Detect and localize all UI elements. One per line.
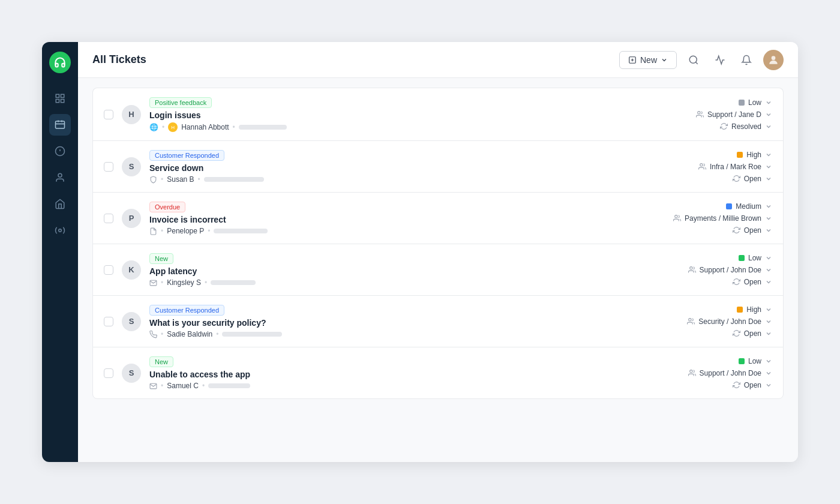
ticket-badge-4: New bbox=[149, 253, 173, 264]
status-chevron-3[interactable] bbox=[765, 227, 772, 234]
assignee-row-1: Support / Jane D bbox=[696, 110, 772, 119]
svg-point-12 bbox=[59, 229, 62, 232]
new-button[interactable]: New bbox=[619, 51, 677, 69]
status-label-1: Resolved bbox=[731, 122, 761, 131]
priority-chevron-1[interactable] bbox=[765, 99, 772, 106]
sidebar-item-tickets[interactable] bbox=[49, 114, 71, 136]
ticket-checkbox-2[interactable] bbox=[104, 162, 113, 172]
priority-row-2: High bbox=[737, 151, 772, 159]
submitter-name-6: Samuel C bbox=[167, 382, 199, 390]
submitter-name-5: Sadie Baldwin bbox=[167, 330, 212, 338]
sidebar-item-1[interactable] bbox=[49, 88, 71, 109]
assignee-chevron-3[interactable] bbox=[765, 215, 772, 222]
bell-icon bbox=[741, 55, 752, 65]
broadcast-button[interactable] bbox=[710, 50, 730, 70]
table-row[interactable]: K New App latency • Kingsley S • bbox=[92, 244, 784, 295]
assignee-chevron-4[interactable] bbox=[765, 266, 772, 274]
priority-row-4: Low bbox=[739, 254, 772, 262]
status-chevron-5[interactable] bbox=[765, 330, 772, 337]
assignee-chevron-5[interactable] bbox=[765, 318, 772, 325]
ticket-meta-6: • Samuel C • bbox=[149, 382, 632, 390]
meta-bar-6 bbox=[208, 383, 250, 388]
search-button[interactable] bbox=[684, 50, 703, 70]
status-row-1: Resolved bbox=[720, 122, 772, 131]
priority-row-1: Low bbox=[739, 98, 772, 107]
ticket-checkbox-1[interactable] bbox=[104, 110, 113, 119]
svg-point-18 bbox=[772, 56, 776, 60]
priority-chevron-6[interactable] bbox=[765, 358, 772, 365]
status-label-6: Open bbox=[744, 381, 761, 389]
sidebar bbox=[42, 42, 78, 462]
sidebar-item-5[interactable] bbox=[49, 193, 71, 215]
table-row[interactable]: P Overdue Invoice is incorrect • Penelop… bbox=[92, 192, 784, 244]
broadcast-icon bbox=[715, 55, 725, 65]
priority-row-3: Medium bbox=[726, 202, 772, 211]
assignee-row-6: Support / John Doe bbox=[688, 369, 772, 377]
table-row[interactable]: S Customer Responded What is your securi… bbox=[92, 295, 784, 347]
ticket-badge-1: Positive feedback bbox=[149, 97, 212, 108]
table-row[interactable]: S Customer Responded Service down • Susa… bbox=[92, 140, 784, 192]
priority-chevron-4[interactable] bbox=[765, 254, 772, 262]
ticket-checkbox-6[interactable] bbox=[104, 368, 113, 378]
priority-chevron-2[interactable] bbox=[765, 151, 772, 158]
assignee-chevron-6[interactable] bbox=[765, 370, 772, 377]
shield-icon bbox=[149, 176, 157, 184]
priority-chevron-5[interactable] bbox=[765, 306, 772, 313]
user-avatar[interactable] bbox=[763, 50, 784, 70]
priority-chevron-3[interactable] bbox=[765, 203, 772, 210]
status-chevron-6[interactable] bbox=[765, 382, 772, 389]
priority-label-2: High bbox=[746, 151, 761, 159]
ticket-avatar-2: S bbox=[122, 157, 141, 176]
assignee-label-2: Infra / Mark Roe bbox=[710, 163, 761, 171]
sidebar-item-4[interactable] bbox=[49, 167, 71, 188]
priority-label-6: Low bbox=[748, 357, 761, 365]
sidebar-item-6[interactable] bbox=[49, 220, 71, 241]
header-actions: New bbox=[619, 50, 784, 70]
notifications-button[interactable] bbox=[737, 50, 756, 70]
search-icon bbox=[688, 55, 699, 65]
ticket-body-2: Customer Responded Service down • Susan … bbox=[149, 149, 632, 184]
new-button-label: New bbox=[640, 55, 657, 65]
sidebar-item-3[interactable] bbox=[49, 140, 71, 162]
priority-label-1: Low bbox=[748, 98, 761, 107]
table-row[interactable]: H Positive feedback Login issues 🌐 • H H… bbox=[92, 88, 784, 140]
submitter-name-2: Susan B bbox=[167, 175, 194, 184]
status-chevron-1[interactable] bbox=[765, 123, 772, 130]
header: All Tickets New bbox=[78, 42, 798, 78]
svg-point-22 bbox=[689, 267, 692, 269]
chevron-down-icon bbox=[661, 56, 668, 64]
svg-point-16 bbox=[689, 56, 697, 63]
ticket-title-2: Service down bbox=[149, 163, 632, 173]
status-label-2: Open bbox=[744, 175, 761, 183]
status-icon-4 bbox=[733, 278, 740, 286]
ticket-checkbox-4[interactable] bbox=[104, 265, 113, 275]
ticket-title-5: What is your security policy? bbox=[149, 318, 632, 328]
status-row-6: Open bbox=[733, 381, 772, 389]
ticket-meta-5: • Sadie Baldwin • bbox=[149, 330, 632, 338]
ticket-checkbox-3[interactable] bbox=[104, 214, 113, 223]
assignee-chevron-2[interactable] bbox=[765, 163, 772, 170]
status-chevron-2[interactable] bbox=[765, 175, 772, 182]
table-row[interactable]: S New Unable to access the app • Samuel … bbox=[92, 347, 784, 399]
status-row-3: Open bbox=[733, 226, 772, 235]
ticket-checkbox-5[interactable] bbox=[104, 317, 113, 326]
main-content: All Tickets New bbox=[78, 42, 798, 462]
assignee-label-4: Support / John Doe bbox=[700, 266, 761, 274]
status-icon-5 bbox=[733, 329, 740, 337]
user-icon-3 bbox=[673, 214, 681, 222]
priority-dot-6 bbox=[739, 358, 745, 364]
meta-bar-2 bbox=[204, 177, 264, 182]
ticket-list: H Positive feedback Login issues 🌐 • H H… bbox=[78, 78, 798, 462]
status-chevron-4[interactable] bbox=[765, 278, 772, 286]
assignee-chevron-1[interactable] bbox=[765, 111, 772, 118]
svg-point-19 bbox=[698, 112, 700, 114]
user-icon-2 bbox=[698, 163, 706, 170]
svg-rect-2 bbox=[56, 100, 59, 103]
app-logo[interactable] bbox=[49, 52, 71, 73]
ticket-right-1: Low Support / Jane D Resolved bbox=[640, 98, 772, 131]
ticket-title-3: Invoice is incorrect bbox=[149, 215, 632, 224]
svg-point-20 bbox=[700, 164, 703, 166]
ticket-meta-4: • Kingsley S • bbox=[149, 278, 632, 287]
ticket-right-5: High Security / John Doe Open bbox=[640, 305, 772, 338]
phone-icon bbox=[149, 331, 157, 338]
